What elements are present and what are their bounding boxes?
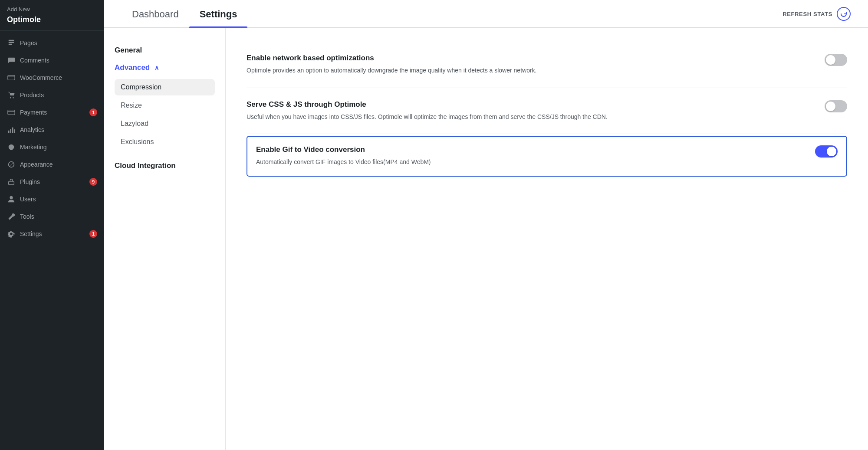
svg-rect-0 — [9, 40, 14, 41]
sidebar-item-woocommerce[interactable]: WooCommerce — [0, 69, 104, 86]
pages-label: Pages — [20, 39, 97, 46]
refresh-stats-label: REFRESH STATS — [783, 11, 832, 17]
svg-point-12 — [10, 196, 13, 199]
settings-badge: 1 — [89, 230, 97, 238]
svg-point-5 — [13, 97, 14, 99]
svg-rect-1 — [9, 42, 14, 43]
svg-rect-11 — [9, 181, 14, 184]
users-label: Users — [20, 196, 97, 203]
svg-rect-2 — [9, 44, 12, 45]
nav-advanced[interactable]: Advanced ∧ — [115, 59, 215, 76]
products-label: Products — [20, 92, 97, 99]
setting-info-network: Enable network based optimizations Optim… — [247, 54, 807, 76]
settings-panel: Enable network based optimizations Optim… — [226, 28, 868, 450]
users-icon — [7, 195, 16, 204]
svg-rect-10 — [14, 129, 15, 133]
setting-row-network: Enable network based optimizations Optim… — [247, 42, 847, 88]
woocommerce-label: WooCommerce — [20, 74, 97, 81]
setting-title-network: Enable network based optimizations — [247, 54, 807, 62]
toggle-css-js[interactable] — [825, 100, 847, 112]
comments-label: Comments — [20, 57, 97, 64]
svg-rect-7 — [8, 131, 10, 133]
sidebar-item-tools[interactable]: Tools — [0, 208, 104, 225]
toggle-gif-video-slider — [815, 145, 838, 158]
svg-point-4 — [10, 97, 11, 99]
products-icon — [7, 91, 16, 99]
comments-icon — [7, 56, 16, 65]
content-area: General Advanced ∧ Compression Resize La… — [104, 28, 868, 450]
appearance-label: Appearance — [20, 161, 97, 168]
tools-label: Tools — [20, 213, 97, 220]
refresh-stats-button[interactable]: REFRESH STATS — [783, 7, 851, 27]
setting-desc-css-js: Useful when you have images into CSS/JS … — [247, 112, 807, 122]
sidebar-item-settings[interactable]: Settings 1 — [0, 225, 104, 243]
tools-icon — [7, 212, 16, 221]
sidebar-item-products[interactable]: Products — [0, 86, 104, 104]
chevron-up-icon: ∧ — [155, 64, 159, 71]
nav-lazyload[interactable]: Lazyload — [115, 115, 215, 132]
svg-rect-8 — [10, 129, 11, 133]
setting-info-css-js: Serve CSS & JS through Optimole Useful w… — [247, 100, 807, 122]
tab-dashboard[interactable]: Dashboard — [122, 9, 189, 27]
payments-label: Payments — [20, 109, 85, 116]
payments-badge: 1 — [89, 108, 97, 116]
plugin-title: Optimole — [7, 13, 97, 26]
nav-cloud-integration[interactable]: Cloud Integration — [115, 157, 215, 174]
svg-rect-3 — [8, 76, 15, 80]
marketing-icon — [7, 143, 16, 151]
nav-exclusions[interactable]: Exclusions — [115, 134, 215, 150]
setting-row-css-js: Serve CSS & JS through Optimole Useful w… — [247, 88, 847, 135]
nav-resize[interactable]: Resize — [115, 97, 215, 114]
sidebar: Add New Optimole Pages Comments WooComme… — [0, 0, 104, 450]
tab-settings[interactable]: Settings — [189, 9, 248, 27]
setting-title-gif-video: Enable Gif to Video conversion — [256, 145, 798, 154]
sidebar-item-plugins[interactable]: Plugins 9 — [0, 173, 104, 191]
sidebar-item-marketing[interactable]: Marketing — [0, 138, 104, 156]
svg-rect-6 — [8, 110, 15, 115]
payments-icon — [7, 108, 16, 117]
settings-icon — [7, 230, 16, 238]
sidebar-item-comments[interactable]: Comments — [0, 52, 104, 69]
setting-info-gif-video: Enable Gif to Video conversion Automatic… — [256, 145, 798, 167]
settings-nav: General Advanced ∧ Compression Resize La… — [104, 28, 226, 450]
svg-rect-9 — [12, 128, 13, 133]
add-new-label: Add New — [7, 5, 97, 13]
plugins-badge: 9 — [89, 178, 97, 186]
plugins-label: Plugins — [20, 178, 85, 185]
marketing-label: Marketing — [20, 144, 97, 151]
appearance-icon — [7, 160, 16, 169]
sidebar-item-users[interactable]: Users — [0, 191, 104, 208]
nav-general[interactable]: General — [115, 42, 215, 59]
nav-compression[interactable]: Compression — [115, 79, 215, 95]
nav-sub-items: Compression Resize Lazyload Exclusions — [115, 79, 215, 150]
plugins-icon — [7, 177, 16, 186]
setting-title-css-js: Serve CSS & JS through Optimole — [247, 100, 807, 109]
pages-icon — [7, 39, 16, 47]
woo-icon — [7, 73, 16, 82]
sidebar-item-analytics[interactable]: Analytics — [0, 121, 104, 138]
sidebar-item-pages[interactable]: Pages — [0, 34, 104, 52]
setting-desc-gif-video: Automatically convert GIF images to Vide… — [256, 158, 798, 167]
analytics-icon — [7, 125, 16, 134]
main-content: Dashboard Settings REFRESH STATS General… — [104, 0, 868, 450]
refresh-icon — [837, 7, 851, 21]
tab-bar: Dashboard Settings REFRESH STATS — [104, 0, 868, 28]
toggle-gif-video[interactable] — [815, 145, 838, 158]
settings-label: Settings — [20, 230, 85, 237]
setting-desc-network: Optimole provides an option to automatic… — [247, 66, 807, 76]
sidebar-item-appearance[interactable]: Appearance — [0, 156, 104, 173]
toggle-network-slider — [825, 54, 847, 66]
toggle-network[interactable] — [825, 54, 847, 66]
sidebar-header: Add New Optimole — [0, 0, 104, 31]
analytics-label: Analytics — [20, 126, 97, 133]
sidebar-navigation: Pages Comments WooCommerce Products — [0, 31, 104, 246]
toggle-css-js-slider — [825, 100, 847, 112]
sidebar-item-payments[interactable]: Payments 1 — [0, 104, 104, 121]
setting-row-gif-video: Enable Gif to Video conversion Automatic… — [247, 136, 847, 177]
